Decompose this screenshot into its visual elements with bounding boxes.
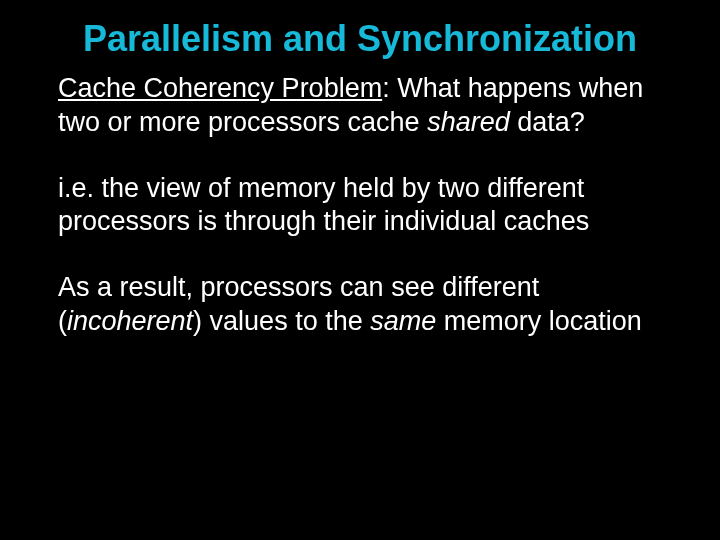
- paragraph-3: As a result, processors can see differen…: [58, 271, 660, 339]
- p1-emph-shared: shared: [427, 107, 510, 137]
- slide: Parallelism and Synchronization Cache Co…: [0, 0, 720, 540]
- paragraph-2: i.e. the view of memory held by two diff…: [58, 172, 660, 240]
- lead-term: Cache Coherency Problem: [58, 73, 382, 103]
- p3-emph-incoherent: incoherent: [67, 306, 193, 336]
- p3-text-b: ) values to the: [193, 306, 370, 336]
- p3-text-c: memory location: [436, 306, 642, 336]
- slide-body: Cache Coherency Problem: What happens wh…: [0, 72, 720, 339]
- paragraph-1: Cache Coherency Problem: What happens wh…: [58, 72, 660, 140]
- slide-title: Parallelism and Synchronization: [0, 0, 720, 68]
- p3-emph-same: same: [370, 306, 436, 336]
- p1-text-b: data?: [510, 107, 585, 137]
